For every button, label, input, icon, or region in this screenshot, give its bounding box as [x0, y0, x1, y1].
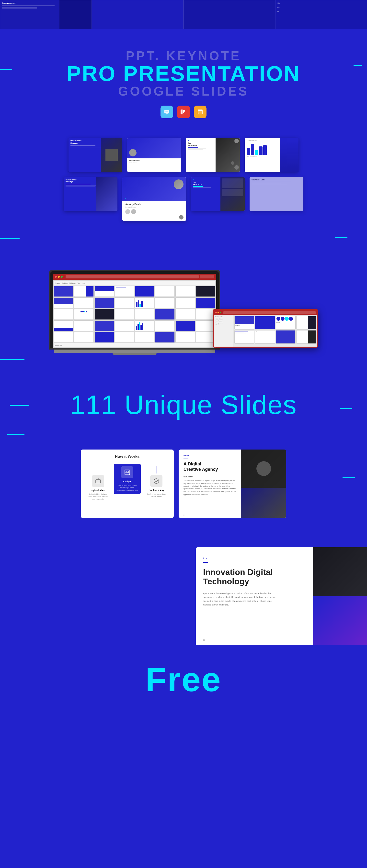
laptop-slide-11[interactable] [94, 298, 114, 308]
laptop-slide-21[interactable] [135, 309, 154, 320]
hero-decorative-lines [0, 236, 367, 241]
agency-img-top [241, 450, 286, 488]
agency-about-text: Apparently we had reached a great height… [184, 479, 236, 496]
laptop-slide-22[interactable] [155, 309, 175, 320]
laptop-slide-8[interactable] [196, 286, 215, 297]
laptop-slide-9[interactable] [54, 298, 74, 308]
laptop-slide-18[interactable] [74, 309, 94, 320]
overlay-slide-3[interactable]: Agenda [276, 316, 295, 330]
agency-tag: Pro [184, 455, 236, 457]
laptop-slide-39[interactable] [175, 332, 195, 343]
overlay-slide-6[interactable]: Agenda [255, 330, 275, 344]
status-bar: English (US) [54, 343, 215, 347]
slide-thumb-experience2[interactable]: ● Our Experience [191, 177, 245, 211]
laptop-slide-40[interactable] [196, 332, 215, 343]
top-preview-strip: Creative Agency 02. 03. 04. [0, 0, 367, 29]
slide-thumb-partial[interactable]: Charts and Data [250, 177, 303, 211]
analyse-step-desc: Start to read and confirm your insight i… [116, 484, 138, 491]
free-section: Free [0, 645, 367, 709]
svg-rect-8 [198, 111, 202, 113]
svg-rect-3 [165, 112, 167, 112]
laptop-slide-6[interactable] [155, 286, 175, 297]
laptop-slide-4[interactable] [115, 286, 134, 297]
laptop-slide-3[interactable] [94, 286, 114, 297]
laptop-slide-7[interactable] [175, 286, 195, 297]
person-name-label: Antony Davis [125, 203, 183, 206]
window-maximize-dot[interactable] [61, 276, 63, 278]
laptop-slide-13[interactable] [135, 298, 154, 308]
laptop-slide-28[interactable] [115, 320, 134, 331]
window-close-dot[interactable] [55, 276, 57, 278]
analyse-icon [121, 466, 133, 478]
window-minimize-dot[interactable] [58, 276, 60, 278]
laptop-slide-27[interactable] [94, 320, 114, 331]
laptop-slide-20[interactable] [115, 309, 134, 320]
how-it-works-slide[interactable]: How it Works Upload Files Upload all fil… [81, 450, 174, 518]
slide-thumb-team[interactable]: Antony Davis Team Member [127, 138, 181, 172]
laptop-slide-34[interactable] [74, 332, 94, 343]
agency-img-bottom [241, 488, 286, 518]
laptop-slide-1[interactable] [54, 286, 74, 297]
innovation-img-2 [313, 596, 367, 645]
laptop-slide-2[interactable] [74, 286, 94, 297]
laptop-slide-38[interactable] [155, 332, 175, 343]
laptop-slide-31[interactable] [175, 320, 195, 331]
laptop-slide-26[interactable] [74, 320, 94, 331]
agency-about-label: Our About [184, 476, 236, 478]
laptop-section-accent [0, 359, 25, 360]
overlay-slide-numbers: 1 2 3 4 [234, 344, 316, 346]
laptop-slide-17[interactable] [54, 309, 74, 320]
laptop-slide-33[interactable] [54, 332, 74, 343]
hero-deco-right [335, 237, 347, 238]
slide-row-1: Our Welcome Message [5, 138, 362, 172]
slide-thumb-experience[interactable]: ● Our Experience [186, 138, 240, 172]
laptop-slide-19[interactable] [94, 309, 114, 320]
laptop-section: Template Conditions Mail Merge View Help [0, 255, 367, 370]
overlay-minimize-dot[interactable] [218, 312, 219, 313]
upload-icon [92, 475, 104, 487]
preview-card-3 [184, 0, 275, 29]
innovation-content: Pro Innovation DigitalTechnology By the … [196, 547, 313, 645]
laptop-slide-32[interactable] [196, 320, 215, 331]
slide-thumb-welcome[interactable]: Our Welcome Message [68, 138, 122, 172]
hero-section: Creative Agency 02. 03. 04. [0, 0, 367, 255]
hero-main-title: PRO PRESENTATION [0, 63, 367, 84]
slide-thumb-charts[interactable]: Charts and Data Sales Revenue Users [245, 138, 299, 172]
confirm-step-label: Confirm & Pay [146, 489, 167, 492]
slide-thumb-welcome2[interactable]: Our Welcome Message [64, 177, 117, 211]
laptop-slide-15[interactable] [175, 298, 195, 308]
step-upload: Upload Files Upload all files that you f… [85, 464, 111, 502]
laptop-slide-29[interactable] [135, 320, 154, 331]
overlay-maximize-dot[interactable] [220, 312, 221, 313]
innovation-slide[interactable]: Pro Innovation DigitalTechnology By the … [196, 547, 367, 645]
svg-marker-1 [166, 114, 168, 115]
laptop-slide-10[interactable] [74, 298, 94, 308]
confirm-icon [150, 475, 163, 487]
overlay-slide-8[interactable] [296, 330, 316, 344]
laptop-slide-24[interactable] [196, 309, 215, 320]
overlay-slide-5[interactable] [234, 330, 254, 344]
innovation-title: Innovation DigitalTechnology [203, 567, 306, 586]
free-accent-right [342, 477, 355, 478]
laptop-slide-35[interactable] [94, 332, 114, 343]
laptop-slide-23[interactable] [175, 309, 195, 320]
overlay-close-dot[interactable] [215, 312, 217, 313]
upload-step-label: Upload Files [87, 489, 109, 492]
overlay-slide-7[interactable] [276, 330, 295, 344]
laptop-slide-14[interactable] [155, 298, 175, 308]
laptop-wrapper: Template Conditions Mail Merge View Help [49, 270, 318, 355]
laptop-slide-37[interactable] [135, 332, 154, 343]
laptop-slide-36[interactable] [115, 332, 134, 343]
overlay-slide-4[interactable] [296, 316, 316, 330]
laptop-slide-25[interactable] [54, 320, 74, 331]
slide-thumb-antony[interactable]: ● Antony Davis Creative Director [122, 177, 186, 221]
overlay-slide-2[interactable] [255, 316, 275, 330]
agency-slide[interactable]: Pro A DigitalCreative Agency Our About A… [178, 450, 286, 518]
overlay-slide-1[interactable]: Our About [234, 316, 254, 330]
laptop-slide-12[interactable] [115, 298, 134, 308]
laptop-slide-30[interactable] [155, 320, 175, 331]
laptop-slide-16[interactable] [196, 298, 215, 308]
laptop-slide-5[interactable] [135, 286, 154, 297]
agency-images [241, 450, 286, 518]
hero-subtitle-bottom: GOOGLE SLIDES [0, 84, 367, 98]
